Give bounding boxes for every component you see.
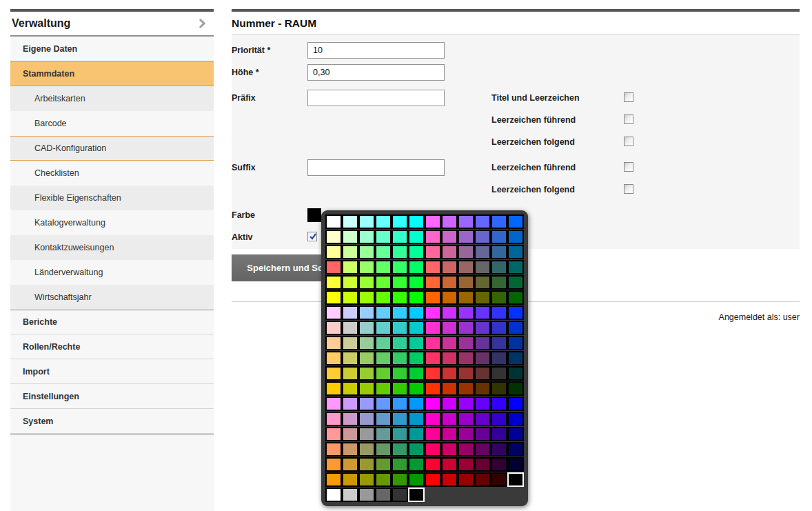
palette-swatch[interactable] bbox=[441, 260, 458, 274]
sidebar-item[interactable]: Import bbox=[10, 359, 214, 384]
palette-swatch[interactable] bbox=[474, 427, 491, 441]
palette-swatch[interactable] bbox=[392, 305, 408, 320]
palette-swatch[interactable] bbox=[358, 351, 375, 365]
hoehe-input[interactable] bbox=[307, 64, 445, 81]
palette-swatch[interactable] bbox=[342, 230, 358, 244]
palette-swatch[interactable] bbox=[325, 230, 342, 244]
palette-swatch[interactable] bbox=[342, 351, 358, 365]
palette-swatch[interactable] bbox=[408, 275, 425, 290]
palette-swatch[interactable] bbox=[392, 427, 408, 441]
titel-und-leerzeichen-checkbox[interactable] bbox=[624, 92, 633, 102]
palette-swatch[interactable] bbox=[507, 427, 524, 441]
palette-swatch[interactable] bbox=[474, 366, 491, 381]
palette-swatch[interactable] bbox=[507, 290, 524, 305]
palette-swatch[interactable] bbox=[375, 260, 392, 274]
palette-swatch[interactable] bbox=[342, 290, 358, 305]
palette-swatch[interactable] bbox=[441, 442, 458, 457]
palette-swatch[interactable] bbox=[375, 381, 392, 396]
palette-swatch[interactable] bbox=[474, 457, 491, 472]
palette-swatch[interactable] bbox=[458, 260, 474, 274]
palette-swatch[interactable] bbox=[491, 230, 507, 244]
palette-swatch[interactable] bbox=[425, 245, 441, 259]
palette-swatch[interactable] bbox=[491, 427, 507, 441]
palette-swatch[interactable] bbox=[425, 381, 441, 396]
sidebar-item[interactable]: Checklisten bbox=[10, 161, 214, 186]
leerzeichen-fuehrend-praefix-checkbox[interactable] bbox=[624, 114, 633, 124]
palette-swatch[interactable] bbox=[325, 245, 342, 259]
palette-swatch[interactable] bbox=[392, 397, 408, 411]
palette-swatch[interactable] bbox=[375, 427, 392, 441]
palette-swatch[interactable] bbox=[325, 214, 342, 229]
palette-swatch[interactable] bbox=[474, 336, 491, 350]
palette-swatch[interactable] bbox=[408, 381, 425, 396]
palette-swatch[interactable] bbox=[342, 366, 358, 381]
palette-swatch[interactable] bbox=[325, 427, 342, 441]
palette-swatch[interactable] bbox=[342, 245, 358, 259]
palette-swatch[interactable] bbox=[358, 275, 375, 290]
palette-swatch[interactable] bbox=[491, 457, 507, 472]
palette-swatch[interactable] bbox=[458, 397, 474, 411]
palette-swatch[interactable] bbox=[441, 305, 458, 320]
palette-swatch[interactable] bbox=[507, 412, 524, 426]
palette-swatch[interactable] bbox=[507, 275, 524, 290]
palette-swatch[interactable] bbox=[507, 381, 524, 396]
palette-swatch[interactable] bbox=[491, 336, 507, 350]
palette-swatch[interactable] bbox=[375, 397, 392, 411]
palette-swatch[interactable] bbox=[507, 457, 524, 472]
palette-swatch[interactable] bbox=[425, 457, 441, 472]
leerzeichen-folgend-praefix-checkbox[interactable] bbox=[624, 137, 633, 146]
leerzeichen-folgend-suffix-checkbox[interactable] bbox=[624, 184, 633, 194]
palette-swatch[interactable] bbox=[458, 336, 474, 350]
palette-swatch[interactable] bbox=[342, 214, 358, 229]
palette-swatch[interactable] bbox=[491, 412, 507, 426]
palette-swatch[interactable] bbox=[375, 275, 392, 290]
palette-swatch[interactable] bbox=[375, 321, 392, 335]
palette-swatch[interactable] bbox=[458, 290, 474, 305]
palette-swatch[interactable] bbox=[491, 290, 507, 305]
palette-swatch[interactable] bbox=[375, 351, 392, 365]
palette-swatch[interactable] bbox=[441, 245, 458, 259]
palette-swatch[interactable] bbox=[358, 488, 375, 502]
palette-swatch[interactable] bbox=[408, 472, 425, 487]
palette-swatch[interactable] bbox=[491, 366, 507, 381]
palette-swatch[interactable] bbox=[425, 427, 441, 441]
palette-swatch[interactable] bbox=[425, 290, 441, 305]
palette-swatch[interactable] bbox=[325, 275, 342, 290]
palette-swatch[interactable] bbox=[392, 275, 408, 290]
palette-swatch[interactable] bbox=[342, 488, 358, 502]
palette-swatch[interactable] bbox=[342, 336, 358, 350]
palette-swatch[interactable] bbox=[425, 366, 441, 381]
palette-swatch[interactable] bbox=[325, 351, 342, 365]
palette-swatch[interactable] bbox=[507, 321, 524, 335]
palette-swatch[interactable] bbox=[474, 214, 491, 229]
palette-swatch[interactable] bbox=[325, 442, 342, 457]
palette-swatch[interactable] bbox=[474, 245, 491, 259]
palette-swatch[interactable] bbox=[458, 214, 474, 229]
palette-swatch[interactable] bbox=[358, 336, 375, 350]
palette-swatch[interactable] bbox=[474, 397, 491, 411]
palette-swatch[interactable] bbox=[375, 472, 392, 487]
palette-swatch[interactable] bbox=[408, 290, 425, 305]
sidebar-item[interactable]: CAD-Konfiguration bbox=[10, 136, 214, 161]
palette-swatch[interactable] bbox=[325, 336, 342, 350]
palette-swatch[interactable] bbox=[441, 321, 458, 335]
palette-swatch[interactable] bbox=[458, 275, 474, 290]
palette-swatch[interactable] bbox=[425, 412, 441, 426]
palette-swatch[interactable] bbox=[425, 214, 441, 229]
palette-swatch[interactable] bbox=[358, 321, 375, 335]
palette-swatch[interactable] bbox=[458, 442, 474, 457]
palette-swatch[interactable] bbox=[375, 488, 392, 502]
palette-swatch[interactable] bbox=[358, 457, 375, 472]
palette-swatch[interactable] bbox=[425, 472, 441, 487]
palette-swatch[interactable] bbox=[408, 397, 425, 411]
palette-swatch[interactable] bbox=[408, 412, 425, 426]
palette-swatch[interactable] bbox=[342, 472, 358, 487]
palette-swatch[interactable] bbox=[491, 305, 507, 320]
palette-swatch[interactable] bbox=[491, 442, 507, 457]
palette-swatch[interactable] bbox=[474, 275, 491, 290]
palette-swatch[interactable] bbox=[458, 457, 474, 472]
palette-swatch[interactable] bbox=[441, 275, 458, 290]
palette-swatch[interactable] bbox=[458, 230, 474, 244]
palette-swatch[interactable] bbox=[325, 260, 342, 274]
sidebar-item[interactable]: Stammdaten bbox=[10, 61, 214, 86]
